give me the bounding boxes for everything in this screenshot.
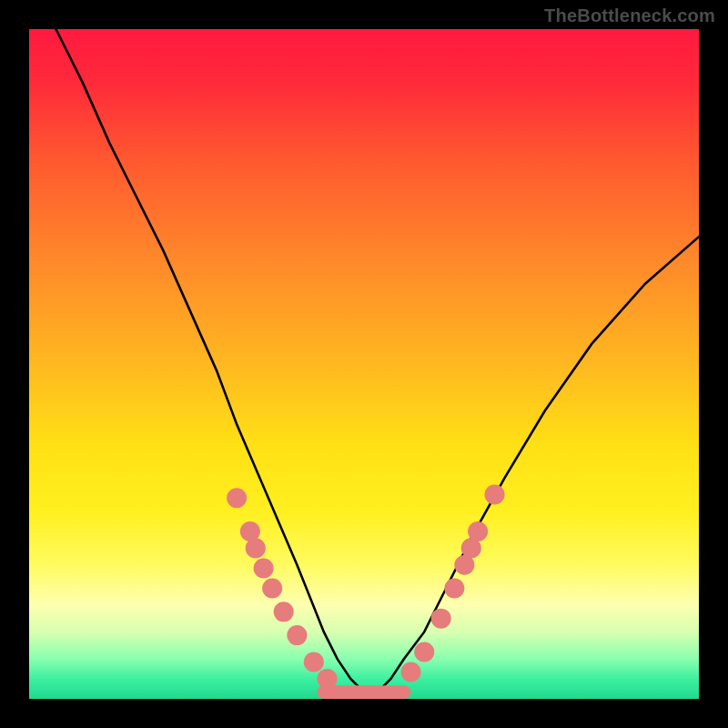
curve-layer xyxy=(29,29,699,699)
data-dot xyxy=(274,602,294,622)
data-dot xyxy=(400,662,420,682)
data-dot xyxy=(227,488,247,508)
data-dot xyxy=(414,642,434,662)
bottleneck-curve xyxy=(56,29,699,693)
watermark-text: TheBottleneck.com xyxy=(544,5,715,26)
data-dot xyxy=(262,579,282,599)
dots-left-group xyxy=(227,488,337,689)
data-dot xyxy=(468,521,488,541)
dots-right-group xyxy=(400,484,504,682)
data-dot xyxy=(431,609,451,629)
bottom-strip xyxy=(317,685,410,699)
data-dot xyxy=(254,558,274,578)
plot-area xyxy=(29,29,699,699)
data-dot xyxy=(304,652,324,672)
data-dot xyxy=(287,625,307,645)
data-dot xyxy=(444,579,464,599)
data-dot xyxy=(484,484,504,504)
chart-frame: TheBottleneck.com xyxy=(0,0,728,728)
data-dot xyxy=(246,538,266,558)
